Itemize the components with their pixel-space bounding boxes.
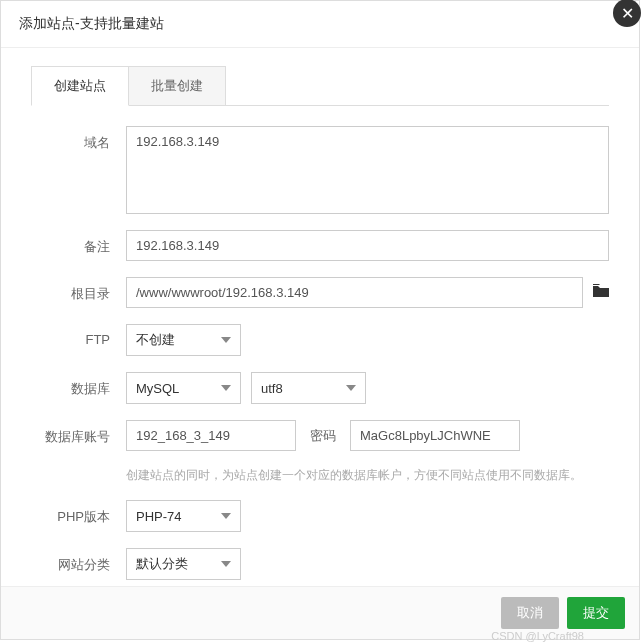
label-domain: 域名 bbox=[31, 126, 126, 152]
remark-input[interactable] bbox=[126, 230, 609, 261]
ftp-value: 不创建 bbox=[136, 331, 175, 349]
db-account-input[interactable] bbox=[126, 420, 296, 451]
label-remark: 备注 bbox=[31, 230, 126, 256]
cancel-button[interactable]: 取消 bbox=[501, 597, 559, 629]
chevron-down-icon bbox=[221, 385, 231, 391]
root-input[interactable] bbox=[126, 277, 583, 308]
chevron-down-icon bbox=[221, 513, 231, 519]
modal-body: 创建站点 批量创建 域名 192.168.3.149 备注 根目录 bbox=[1, 48, 639, 606]
chevron-down-icon bbox=[221, 337, 231, 343]
category-select[interactable]: 默认分类 bbox=[126, 548, 241, 580]
label-root: 根目录 bbox=[31, 277, 126, 303]
db-password-input[interactable] bbox=[350, 420, 520, 451]
category-value: 默认分类 bbox=[136, 555, 188, 573]
folder-icon[interactable] bbox=[593, 284, 609, 301]
modal-title: 添加站点-支持批量建站 bbox=[1, 1, 639, 48]
submit-button[interactable]: 提交 bbox=[567, 597, 625, 629]
chevron-down-icon bbox=[221, 561, 231, 567]
domain-input[interactable]: 192.168.3.149 bbox=[126, 126, 609, 214]
label-password: 密码 bbox=[306, 427, 340, 445]
label-database: 数据库 bbox=[31, 372, 126, 398]
php-version-select[interactable]: PHP-74 bbox=[126, 500, 241, 532]
close-button[interactable]: ✕ bbox=[613, 0, 641, 27]
label-ftp: FTP bbox=[31, 324, 126, 347]
db-type-select[interactable]: MySQL bbox=[126, 372, 241, 404]
label-php-version: PHP版本 bbox=[31, 500, 126, 526]
ftp-select[interactable]: 不创建 bbox=[126, 324, 241, 356]
tabs: 创建站点 批量创建 bbox=[31, 66, 609, 106]
db-charset-select[interactable]: utf8 bbox=[251, 372, 366, 404]
db-help-text: 创建站点的同时，为站点创建一个对应的数据库帐户，方便不同站点使用不同数据库。 bbox=[126, 467, 609, 484]
add-site-modal: ✕ 添加站点-支持批量建站 创建站点 批量创建 域名 192.168.3.149… bbox=[0, 0, 640, 640]
modal-footer: 取消 提交 bbox=[1, 586, 639, 639]
tab-batch-create[interactable]: 批量创建 bbox=[128, 66, 226, 105]
tab-create-site[interactable]: 创建站点 bbox=[31, 66, 129, 106]
db-charset-value: utf8 bbox=[261, 381, 283, 396]
chevron-down-icon bbox=[346, 385, 356, 391]
label-category: 网站分类 bbox=[31, 548, 126, 574]
db-type-value: MySQL bbox=[136, 381, 179, 396]
label-db-account: 数据库账号 bbox=[31, 420, 126, 446]
php-version-value: PHP-74 bbox=[136, 509, 182, 524]
